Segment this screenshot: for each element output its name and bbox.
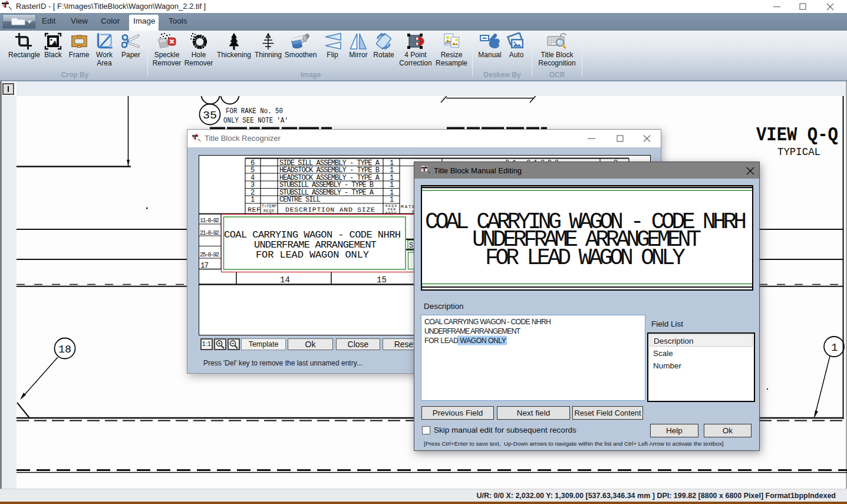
svg-text:COAL CARRYING WAGON - CODE NHR: COAL CARRYING WAGON - CODE NHRH (424, 318, 551, 326)
svg-text:1: 1 (831, 341, 838, 354)
svg-text:VIEW Q-Q: VIEW Q-Q (756, 124, 838, 146)
svg-text:REQD: REQD (263, 209, 274, 213)
svg-text:25-8-92: 25-8-92 (200, 252, 219, 258)
svg-text:35: 35 (203, 109, 217, 122)
svg-text:1: 1 (251, 196, 255, 204)
svg-text:UNDERFRAME ARRANGEMENT: UNDERFRAME ARRANGEMENT (424, 327, 520, 335)
svg-text:21-8-92: 21-8-92 (200, 230, 219, 236)
svg-text:DESCRIPTION AND SIZE: DESCRIPTION AND SIZE (285, 206, 375, 213)
svg-text:ASSY: ASSY (385, 211, 396, 215)
svg-text:FOR LEAD WAGON ONLY: FOR LEAD WAGON ONLY (424, 337, 506, 345)
svg-text:15: 15 (377, 275, 387, 285)
svg-text:17: 17 (200, 262, 209, 270)
svg-text:S: S (409, 242, 413, 250)
svg-text:REF: REF (248, 206, 261, 213)
svg-text:TYPICAL: TYPICAL (777, 146, 820, 159)
svg-text:FOR RAKE No. 50: FOR RAKE No. 50 (226, 107, 283, 116)
svg-text:MATE: MATE (401, 204, 415, 209)
svg-text:FOR LEAD WAGON ONLY: FOR LEAD WAGON ONLY (485, 245, 685, 271)
svg-text:FOR LEAD WAGON ONLY: FOR LEAD WAGON ONLY (256, 249, 369, 261)
svg-text:ONLY SEE NOTE 'A': ONLY SEE NOTE 'A' (223, 116, 288, 125)
svg-text:14: 14 (280, 275, 290, 285)
svg-text:1: 1 (390, 196, 394, 204)
svg-text:CENTRE SILL: CENTRE SILL (279, 196, 321, 204)
svg-text:T=TEMP: T=TEMP (262, 205, 276, 209)
svg-text:11-8-92: 11-8-92 (200, 218, 219, 224)
svg-text:18: 18 (58, 343, 71, 356)
